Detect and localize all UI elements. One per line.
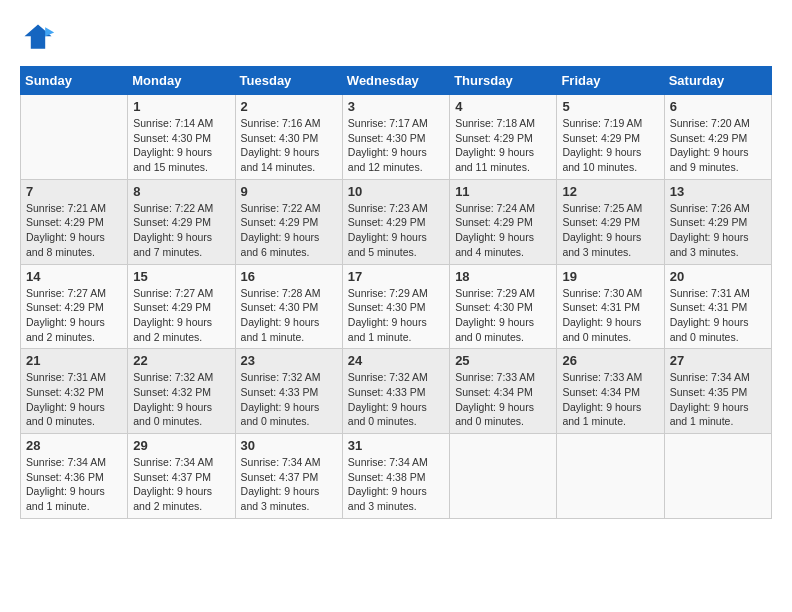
- calendar-cell: 9Sunrise: 7:22 AM Sunset: 4:29 PM Daylig…: [235, 179, 342, 264]
- day-info: Sunrise: 7:14 AM Sunset: 4:30 PM Dayligh…: [133, 116, 229, 175]
- day-info: Sunrise: 7:34 AM Sunset: 4:36 PM Dayligh…: [26, 455, 122, 514]
- day-info: Sunrise: 7:27 AM Sunset: 4:29 PM Dayligh…: [133, 286, 229, 345]
- day-info: Sunrise: 7:22 AM Sunset: 4:29 PM Dayligh…: [133, 201, 229, 260]
- day-number: 13: [670, 184, 766, 199]
- calendar-cell: [557, 434, 664, 519]
- svg-marker-0: [25, 25, 52, 49]
- day-number: 18: [455, 269, 551, 284]
- day-info: Sunrise: 7:34 AM Sunset: 4:37 PM Dayligh…: [133, 455, 229, 514]
- calendar-cell: 19Sunrise: 7:30 AM Sunset: 4:31 PM Dayli…: [557, 264, 664, 349]
- calendar-cell: 21Sunrise: 7:31 AM Sunset: 4:32 PM Dayli…: [21, 349, 128, 434]
- weekday-header: Saturday: [664, 67, 771, 95]
- day-info: Sunrise: 7:31 AM Sunset: 4:32 PM Dayligh…: [26, 370, 122, 429]
- day-info: Sunrise: 7:26 AM Sunset: 4:29 PM Dayligh…: [670, 201, 766, 260]
- calendar-cell: [21, 95, 128, 180]
- day-info: Sunrise: 7:29 AM Sunset: 4:30 PM Dayligh…: [348, 286, 444, 345]
- weekday-header: Friday: [557, 67, 664, 95]
- day-number: 3: [348, 99, 444, 114]
- day-info: Sunrise: 7:27 AM Sunset: 4:29 PM Dayligh…: [26, 286, 122, 345]
- day-number: 27: [670, 353, 766, 368]
- day-info: Sunrise: 7:32 AM Sunset: 4:33 PM Dayligh…: [348, 370, 444, 429]
- calendar-cell: 13Sunrise: 7:26 AM Sunset: 4:29 PM Dayli…: [664, 179, 771, 264]
- calendar-body: 1Sunrise: 7:14 AM Sunset: 4:30 PM Daylig…: [21, 95, 772, 519]
- day-info: Sunrise: 7:29 AM Sunset: 4:30 PM Dayligh…: [455, 286, 551, 345]
- day-number: 21: [26, 353, 122, 368]
- day-number: 2: [241, 99, 337, 114]
- day-info: Sunrise: 7:32 AM Sunset: 4:33 PM Dayligh…: [241, 370, 337, 429]
- calendar-cell: 16Sunrise: 7:28 AM Sunset: 4:30 PM Dayli…: [235, 264, 342, 349]
- day-info: Sunrise: 7:21 AM Sunset: 4:29 PM Dayligh…: [26, 201, 122, 260]
- day-info: Sunrise: 7:18 AM Sunset: 4:29 PM Dayligh…: [455, 116, 551, 175]
- day-number: 12: [562, 184, 658, 199]
- calendar-cell: [664, 434, 771, 519]
- calendar-cell: 8Sunrise: 7:22 AM Sunset: 4:29 PM Daylig…: [128, 179, 235, 264]
- day-number: 17: [348, 269, 444, 284]
- day-number: 31: [348, 438, 444, 453]
- calendar-cell: 7Sunrise: 7:21 AM Sunset: 4:29 PM Daylig…: [21, 179, 128, 264]
- calendar-cell: 2Sunrise: 7:16 AM Sunset: 4:30 PM Daylig…: [235, 95, 342, 180]
- calendar-cell: 4Sunrise: 7:18 AM Sunset: 4:29 PM Daylig…: [450, 95, 557, 180]
- day-number: 9: [241, 184, 337, 199]
- day-number: 10: [348, 184, 444, 199]
- page-header: [20, 20, 772, 56]
- day-number: 16: [241, 269, 337, 284]
- day-info: Sunrise: 7:20 AM Sunset: 4:29 PM Dayligh…: [670, 116, 766, 175]
- day-number: 30: [241, 438, 337, 453]
- logo: [20, 20, 60, 56]
- day-info: Sunrise: 7:31 AM Sunset: 4:31 PM Dayligh…: [670, 286, 766, 345]
- day-info: Sunrise: 7:30 AM Sunset: 4:31 PM Dayligh…: [562, 286, 658, 345]
- calendar-cell: [450, 434, 557, 519]
- calendar-week-row: 21Sunrise: 7:31 AM Sunset: 4:32 PM Dayli…: [21, 349, 772, 434]
- calendar-cell: 5Sunrise: 7:19 AM Sunset: 4:29 PM Daylig…: [557, 95, 664, 180]
- calendar-cell: 24Sunrise: 7:32 AM Sunset: 4:33 PM Dayli…: [342, 349, 449, 434]
- calendar-cell: 28Sunrise: 7:34 AM Sunset: 4:36 PM Dayli…: [21, 434, 128, 519]
- calendar-table: SundayMondayTuesdayWednesdayThursdayFrid…: [20, 66, 772, 519]
- weekday-header: Tuesday: [235, 67, 342, 95]
- calendar-cell: 10Sunrise: 7:23 AM Sunset: 4:29 PM Dayli…: [342, 179, 449, 264]
- calendar-cell: 22Sunrise: 7:32 AM Sunset: 4:32 PM Dayli…: [128, 349, 235, 434]
- calendar-cell: 1Sunrise: 7:14 AM Sunset: 4:30 PM Daylig…: [128, 95, 235, 180]
- calendar-cell: 3Sunrise: 7:17 AM Sunset: 4:30 PM Daylig…: [342, 95, 449, 180]
- day-number: 14: [26, 269, 122, 284]
- weekday-header: Monday: [128, 67, 235, 95]
- weekday-header: Wednesday: [342, 67, 449, 95]
- day-number: 1: [133, 99, 229, 114]
- day-info: Sunrise: 7:34 AM Sunset: 4:35 PM Dayligh…: [670, 370, 766, 429]
- day-number: 6: [670, 99, 766, 114]
- calendar-header: SundayMondayTuesdayWednesdayThursdayFrid…: [21, 67, 772, 95]
- day-number: 29: [133, 438, 229, 453]
- day-info: Sunrise: 7:28 AM Sunset: 4:30 PM Dayligh…: [241, 286, 337, 345]
- calendar-cell: 27Sunrise: 7:34 AM Sunset: 4:35 PM Dayli…: [664, 349, 771, 434]
- logo-icon: [20, 20, 56, 56]
- day-info: Sunrise: 7:16 AM Sunset: 4:30 PM Dayligh…: [241, 116, 337, 175]
- day-info: Sunrise: 7:19 AM Sunset: 4:29 PM Dayligh…: [562, 116, 658, 175]
- day-number: 22: [133, 353, 229, 368]
- day-info: Sunrise: 7:23 AM Sunset: 4:29 PM Dayligh…: [348, 201, 444, 260]
- day-number: 5: [562, 99, 658, 114]
- weekday-header: Thursday: [450, 67, 557, 95]
- calendar-cell: 30Sunrise: 7:34 AM Sunset: 4:37 PM Dayli…: [235, 434, 342, 519]
- day-info: Sunrise: 7:33 AM Sunset: 4:34 PM Dayligh…: [455, 370, 551, 429]
- calendar-cell: 12Sunrise: 7:25 AM Sunset: 4:29 PM Dayli…: [557, 179, 664, 264]
- day-number: 15: [133, 269, 229, 284]
- calendar-cell: 18Sunrise: 7:29 AM Sunset: 4:30 PM Dayli…: [450, 264, 557, 349]
- calendar-cell: 26Sunrise: 7:33 AM Sunset: 4:34 PM Dayli…: [557, 349, 664, 434]
- day-number: 4: [455, 99, 551, 114]
- day-number: 26: [562, 353, 658, 368]
- day-info: Sunrise: 7:25 AM Sunset: 4:29 PM Dayligh…: [562, 201, 658, 260]
- day-info: Sunrise: 7:34 AM Sunset: 4:38 PM Dayligh…: [348, 455, 444, 514]
- calendar-cell: 25Sunrise: 7:33 AM Sunset: 4:34 PM Dayli…: [450, 349, 557, 434]
- calendar-week-row: 1Sunrise: 7:14 AM Sunset: 4:30 PM Daylig…: [21, 95, 772, 180]
- day-info: Sunrise: 7:32 AM Sunset: 4:32 PM Dayligh…: [133, 370, 229, 429]
- calendar-week-row: 14Sunrise: 7:27 AM Sunset: 4:29 PM Dayli…: [21, 264, 772, 349]
- calendar-cell: 23Sunrise: 7:32 AM Sunset: 4:33 PM Dayli…: [235, 349, 342, 434]
- day-number: 8: [133, 184, 229, 199]
- weekday-header: Sunday: [21, 67, 128, 95]
- day-number: 25: [455, 353, 551, 368]
- calendar-cell: 11Sunrise: 7:24 AM Sunset: 4:29 PM Dayli…: [450, 179, 557, 264]
- calendar-cell: 6Sunrise: 7:20 AM Sunset: 4:29 PM Daylig…: [664, 95, 771, 180]
- day-number: 24: [348, 353, 444, 368]
- day-number: 28: [26, 438, 122, 453]
- calendar-cell: 17Sunrise: 7:29 AM Sunset: 4:30 PM Dayli…: [342, 264, 449, 349]
- calendar-cell: 20Sunrise: 7:31 AM Sunset: 4:31 PM Dayli…: [664, 264, 771, 349]
